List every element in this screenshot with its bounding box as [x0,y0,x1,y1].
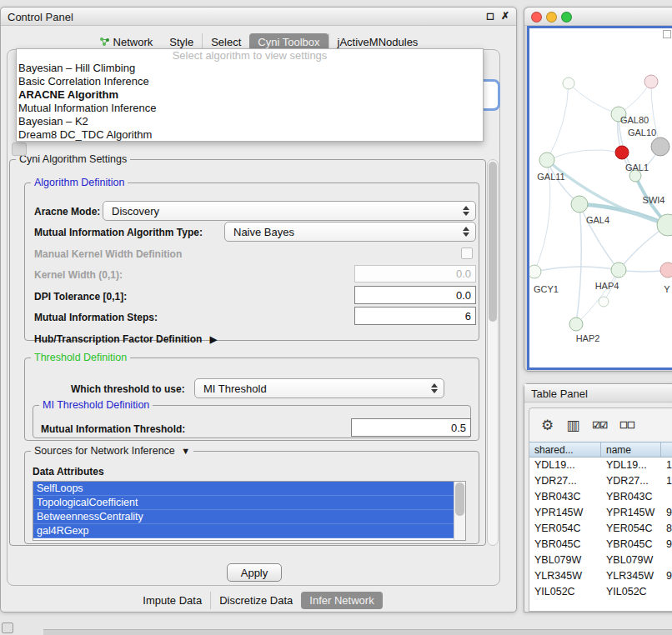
bottom-panel-edge [43,629,672,635]
table-row[interactable]: YIL052C YIL052C [529,584,672,600]
columns-icon[interactable]: ▥ [566,418,579,432]
table-row[interactable]: YBR045C YBR045C 9. [529,537,672,552]
table-row[interactable]: YBL079W YBL079W [529,552,672,568]
network-node[interactable] [599,297,609,307]
dropdown-items: Bayesian – Hill ClimbingBasic Correlatio… [17,62,483,142]
column-header[interactable]: name [601,442,661,457]
node-label: SWI4 [643,195,665,205]
bottom-tab[interactable]: Discretize Data [210,592,301,609]
minimize-traffic-icon[interactable] [546,12,557,22]
combo-arrows-icon [463,206,469,216]
node-label: HAP2 [576,333,600,343]
attribute-items: SelfLoopsTopologicalCoefficientBetweenne… [33,482,454,540]
network-window-titlebar [524,8,672,26]
bottom-tab[interactable]: Impute Data [134,592,210,609]
attribute-item-selected[interactable]: SelfLoops [33,482,454,496]
cell-name: YBR043C [601,489,661,505]
cell-name: YPR145W [601,505,661,521]
cell-shared-name: YDL19... [529,458,601,473]
deselect-all-icon[interactable]: ☐☐ [619,421,634,430]
mi-type-combo[interactable]: Naive Bayes [224,222,476,242]
node-label: GAL11 [537,172,564,182]
network-node[interactable] [571,196,588,212]
settings-scrollbar[interactable] [487,159,499,546]
network-edge[interactable] [547,150,622,160]
cell-value [661,552,672,568]
sources-group-title[interactable]: Sources for Network Inference ▼ [31,445,193,457]
apply-button[interactable]: Apply [227,563,282,582]
combo-arrows-icon [463,227,469,237]
canvas-corner-box [663,30,671,38]
network-node[interactable] [569,318,583,331]
attribute-item-selected[interactable]: gal4RGexp [33,524,454,538]
cell-name: YBR045C [601,537,661,552]
table-row[interactable]: YDL19... YDL19... 13 [529,458,672,473]
hub-definition-expander[interactable]: Hub/Transcription Factor Definition ▶ [34,333,217,345]
dropdown-item[interactable]: Bayesian – K2 [17,115,483,128]
table-body: YDL19... YDL19... 13 YDR27... YDR27... 1… [529,458,672,611]
float-window-icon[interactable]: ◻ [486,10,494,22]
network-icon [99,37,110,47]
network-edge[interactable] [534,267,619,272]
close-traffic-icon[interactable] [531,12,542,22]
table-row[interactable]: YDR27... YDR27... 12 [529,473,672,489]
table-row[interactable]: YBR043C YBR043C [529,489,672,505]
dropdown-item[interactable]: Basic Correlation Inference [17,75,483,88]
dropdown-item[interactable]: ARACNE Algorithm [17,88,483,102]
network-canvas[interactable]: GAL80GAL10GAL11GAL1SWI4GAL4GCY1HAP4HAP2Y [527,26,672,370]
attribute-list-scrollbar[interactable] [454,482,465,540]
dpi-tolerance-field[interactable]: 0.0 [354,286,476,304]
kernel-width-label: Kernel Width (0,1): [34,269,123,281]
mi-steps-field[interactable]: 6 [354,307,476,325]
zoom-traffic-icon[interactable] [561,12,572,22]
network-node[interactable] [651,138,669,156]
table-row[interactable]: YLR345W YLR345W 9. [529,568,672,584]
mi-threshold-field[interactable]: 0.5 [351,418,471,437]
which-threshold-combo[interactable]: MI Threshold [194,378,444,398]
network-edge[interactable] [579,204,619,270]
close-window-icon[interactable]: ✗ [501,10,509,22]
attribute-item-selected[interactable]: BetweennessCentrality [33,510,454,524]
minimized-panel-icon[interactable] [2,622,13,633]
scrollbar-thumb[interactable] [455,482,464,516]
column-header[interactable] [661,442,672,457]
cell-name: YIL052C [601,584,661,600]
select-all-icon[interactable]: ☑☑ [592,421,607,430]
network-node[interactable] [615,146,629,159]
network-node[interactable] [611,262,626,278]
kernel-width-field[interactable]: 0.0 [354,265,476,282]
control-panel-window: Control Panel ◻ ✗ Network StyleSelectCyn… [0,7,517,612]
network-edge[interactable] [576,204,581,324]
bottom-tabbar: Impute DataDiscretize DataInfer Network [1,591,516,609]
algorithm-dropdown-list: Select algorithm to view settings Bayesi… [16,48,484,142]
cell-shared-name: YDR27... [529,473,601,489]
network-node[interactable] [563,78,574,89]
scrollbar-thumb[interactable] [489,162,497,322]
aracne-mode-value: Discovery [112,205,159,218]
network-node[interactable] [644,75,658,88]
network-edge[interactable] [576,270,619,324]
manual-kernel-checkbox[interactable] [461,248,473,259]
dropdown-placeholder: Select algorithm to view settings [17,49,483,62]
dropdown-item[interactable]: Mutual Information Inference [17,102,483,115]
aracne-mode-combo[interactable]: Discovery [103,201,476,221]
cell-name: YDL19... [601,458,661,473]
column-header[interactable]: shared... [529,442,601,457]
network-edge[interactable] [569,83,619,114]
node-label: GAL1 [625,162,649,172]
table-row[interactable]: YPR145W YPR145W 9. [529,505,672,521]
network-edge[interactable] [547,83,569,160]
cell-value: 9. [661,505,672,521]
gear-icon[interactable]: ⚙ [541,418,554,432]
attribute-item-selected[interactable]: TopologicalCoefficient [33,496,454,510]
network-node[interactable] [660,262,672,278]
network-node[interactable] [529,265,541,278]
dropdown-item[interactable]: Bayesian – Hill Climbing [17,62,483,75]
table-row[interactable]: YER054C YER054C 8. [529,521,672,537]
dropdown-item[interactable]: Dream8 DC_TDC Algorithm [17,128,483,142]
network-node[interactable] [539,152,554,168]
table-toolbar: ⚙ ▥ ☑☑ ☐☐ [529,408,672,442]
bottom-tab[interactable]: Infer Network [301,592,382,609]
cell-name: YBL079W [601,552,661,568]
cell-shared-name: YPR145W [529,505,601,521]
